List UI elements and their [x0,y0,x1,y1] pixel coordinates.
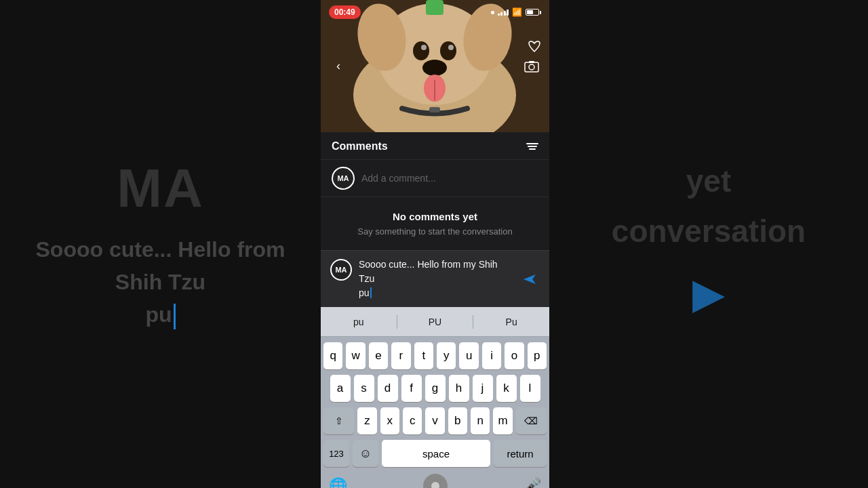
keyboard-suggestions: pu PU Pu [321,307,549,337]
key-d[interactable]: d [378,375,398,402]
svg-point-7 [421,45,427,50]
key-h[interactable]: h [449,375,469,402]
heartbeat-button[interactable] [528,41,541,56]
globe-button[interactable]: 🌐 [329,477,347,488]
bg-comment-text: Soooo cute... Hello from Shih Tzu pu [0,233,321,331]
key-g[interactable]: g [425,375,446,402]
key-a[interactable]: a [330,375,351,402]
video-area: 00:49 📶 ‹ [321,0,549,132]
dictation-button[interactable] [423,474,448,488]
key-u[interactable]: u [459,342,478,369]
suggestion-2[interactable]: PU [397,314,473,330]
key-p[interactable]: p [528,342,547,369]
text-cursor [370,287,372,298]
key-m[interactable]: m [493,407,512,434]
status-bar: 00:49 📶 [321,5,549,19]
key-e[interactable]: e [369,342,388,369]
key-k[interactable]: k [496,375,517,402]
svg-point-8 [448,45,454,50]
active-comment-text: Soooo cute... Hello from my Shih Tzu pu [359,258,513,300]
battery-icon [526,9,541,16]
key-v[interactable]: v [425,407,444,434]
active-comment-area[interactable]: MA Soooo cute... Hello from my Shih Tzu … [321,250,549,307]
key-y[interactable]: y [437,342,456,369]
key-i[interactable]: i [482,342,501,369]
key-l[interactable]: l [520,375,540,402]
bg-right-arrow: ► [682,263,735,325]
signal-bar-4 [507,9,509,16]
camera-button[interactable] [522,57,541,76]
delete-key[interactable]: ⌫ [516,407,547,434]
signal-bars [498,9,509,16]
signal-bar-3 [504,11,506,16]
key-r[interactable]: r [391,342,410,369]
bg-right: yet conversation ► [549,0,868,488]
key-t[interactable]: t [414,342,433,369]
key-s[interactable]: s [354,375,374,402]
key-f[interactable]: f [401,375,422,402]
svg-rect-16 [529,61,534,63]
key-z[interactable]: z [357,407,376,434]
bg-right-text2: conversation [612,213,806,249]
key-j[interactable]: j [473,375,493,402]
comments-title: Comments [332,140,388,152]
key-c[interactable]: c [403,407,422,434]
svg-rect-14 [525,62,538,72]
signal-bar-2 [500,12,502,16]
keyboard-row-3: ⇧ z x c v b n m ⌫ [323,407,547,434]
no-comments-title: No comments yet [393,211,477,222]
filter-icon[interactable] [526,143,538,150]
suggestion-3[interactable]: Pu [473,314,549,330]
send-button[interactable] [519,269,540,289]
keyboard-rows: q w e r t y u i o p a s d f g [321,337,549,470]
keyboard-row-1: q w e r t y u i o p [323,342,547,369]
back-button[interactable]: ‹ [329,57,348,76]
comment-input-row[interactable]: MA Add a comment... [321,160,549,197]
signal-bar-1 [498,14,500,16]
no-comments-subtitle: Say something to start the conversation [357,226,512,237]
suggestion-1[interactable]: pu [321,314,397,330]
keyboard-row-2: a s d f g h j k l [323,375,547,402]
key-b[interactable]: b [448,407,467,434]
bg-left: MA Soooo cute... Hello from Shih Tzu pu [0,0,321,488]
svg-rect-13 [429,107,440,113]
svg-point-15 [529,64,534,70]
timer-badge: 00:49 [329,5,361,19]
active-user-avatar: MA [330,259,352,281]
keyboard: pu PU Pu q w e r t y u i o p [321,307,549,488]
key-q[interactable]: q [323,342,342,369]
phone-container: 00:49 📶 ‹ [321,0,549,488]
bg-initials: MA [117,157,203,220]
status-dot [491,11,494,14]
shift-key[interactable]: ⇧ [323,407,354,434]
comments-header: Comments [321,132,549,160]
video-controls: ‹ [329,57,541,76]
keyboard-toolbar: 🌐 🎤 [321,470,549,488]
key-o[interactable]: o [505,342,524,369]
comments-panel: Comments MA Add a comment... No comments… [321,132,549,488]
space-key[interactable]: space [382,440,490,467]
wifi-icon: 📶 [512,7,522,17]
key-w[interactable]: w [346,342,365,369]
emoji-key[interactable]: ☺ [353,440,378,467]
active-text-area[interactable]: Soooo cute... Hello from my Shih Tzu pu [359,258,513,300]
bg-right-text1: yet [686,163,731,199]
keyboard-row-4: 123 ☺ space return [323,440,547,467]
user-avatar-top: MA [332,167,355,190]
key-n[interactable]: n [471,407,490,434]
mic-button[interactable]: 🎤 [523,477,541,488]
num-key[interactable]: 123 [323,440,349,467]
return-key[interactable]: return [494,440,547,467]
key-x[interactable]: x [380,407,399,434]
comment-placeholder[interactable]: Add a comment... [361,173,538,184]
status-icons: 📶 [491,7,542,17]
no-comments-section: No comments yet Say something to start t… [321,197,549,250]
